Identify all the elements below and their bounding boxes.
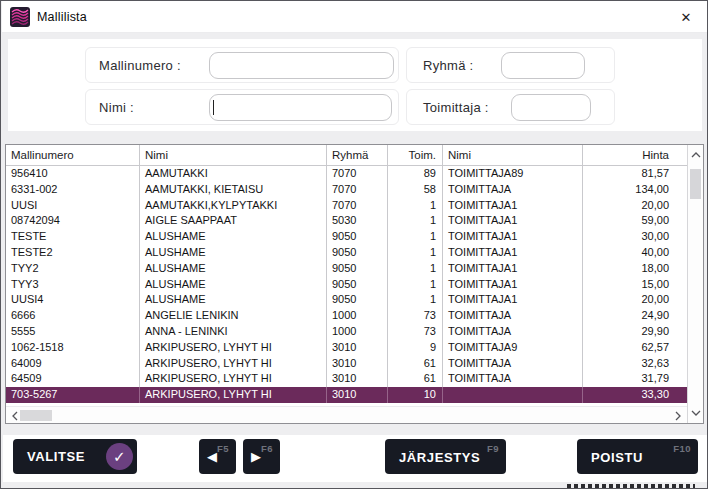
table-cell: TOIMITTAJA1: [443, 261, 583, 277]
scroll-down-icon[interactable]: [688, 406, 703, 420]
horizontal-scroll-thumb[interactable]: [20, 410, 52, 421]
check-icon: ✓: [106, 443, 133, 470]
nimi-label: Nimi :: [99, 100, 134, 115]
table-cell: AAMUTAKKI, KIETAISU: [140, 182, 327, 198]
clipped-text-artifact: [567, 484, 695, 488]
horizontal-scrollbar[interactable]: [6, 406, 687, 423]
table-cell: 1: [388, 213, 443, 229]
table-cell: UUSI: [6, 198, 140, 214]
poistu-label: POISTU: [591, 450, 643, 465]
table-row[interactable]: 08742094AIGLE SAAPPAAT50301TOIMITTAJA159…: [6, 213, 687, 229]
search-panel: Mallinumero : Ryhmä : Nimi : Toimittaja …: [8, 39, 702, 131]
table-cell: 30,00: [583, 229, 687, 245]
mallinumero-input[interactable]: [209, 52, 394, 79]
vertical-scroll-thumb[interactable]: [690, 169, 701, 199]
action-bar: VALITSE ✓ ◀ F5 ▶ F6 JÄRJESTYS F9 POISTU …: [3, 435, 707, 482]
scroll-up-icon[interactable]: [688, 148, 703, 162]
col-header-nimi2[interactable]: Nimi: [443, 145, 583, 166]
table-cell: 15,00: [583, 277, 687, 293]
model-table: Mallinumero Nimi Ryhmä Toim. Nimi Hinta …: [5, 144, 704, 424]
title-bar[interactable]: Mallilista ✕: [2, 1, 707, 33]
table-cell: 18,00: [583, 261, 687, 277]
table-cell: 134,00: [583, 182, 687, 198]
table-cell: TOIMITTAJA1: [443, 213, 583, 229]
table-cell: AAMUTAKKI,KYLPYTAKKI: [140, 198, 327, 214]
table-cell: 08742094: [6, 213, 140, 229]
table-row[interactable]: TYY2ALUSHAME90501TOIMITTAJA118,00: [6, 261, 687, 277]
nimi-input[interactable]: [209, 94, 392, 121]
table-row[interactable]: 956410AAMUTAKKI707089TOIMITTAJA8981,57: [6, 166, 687, 182]
table-cell: ARKIPUSERO, LYHYT HI: [140, 356, 327, 372]
toimittaja-input[interactable]: [511, 94, 591, 121]
table-cell: 62,57: [583, 340, 687, 356]
table-cell: TOIMITTAJA89: [443, 166, 583, 182]
table-cell: 1: [388, 245, 443, 261]
table-row[interactable]: 64009ARKIPUSERO, LYHYT HI301061TOIMITTAJ…: [6, 356, 687, 372]
table-cell: TESTE2: [6, 245, 140, 261]
table-cell: TOIMITTAJA: [443, 182, 583, 198]
table-cell: TOIMITTAJA1: [443, 292, 583, 308]
table-cell: 73: [388, 324, 443, 340]
f10-key-label: F10: [673, 443, 691, 454]
table-cell: 5555: [6, 324, 140, 340]
scroll-right-icon[interactable]: [672, 409, 684, 422]
col-header-mallinumero[interactable]: Mallinumero: [6, 145, 140, 166]
poistu-button[interactable]: POISTU F10: [577, 439, 698, 474]
jarjestys-button[interactable]: JÄRJESTYS F9: [385, 439, 506, 474]
table-row[interactable]: 1062-1518ARKIPUSERO, LYHYT HI30109TOIMIT…: [6, 340, 687, 356]
table-cell: ANGELIE LENIKIN: [140, 308, 327, 324]
table-cell: 1: [388, 229, 443, 245]
table-cell: TYY2: [6, 261, 140, 277]
table-row[interactable]: 5555ANNA - LENINKI100073TOIMITTAJA29,90: [6, 324, 687, 340]
field-ryhma: Ryhmä :: [406, 47, 615, 83]
table-cell: 9050: [327, 277, 388, 293]
table-cell: 1: [388, 261, 443, 277]
table-row[interactable]: 6666ANGELIE LENIKIN100073TOIMITTAJA24,90: [6, 308, 687, 324]
table-row[interactable]: UUSIAAMUTAKKI,KYLPYTAKKI70701TOIMITTAJA1…: [6, 198, 687, 214]
vertical-scrollbar[interactable]: [687, 145, 703, 423]
f5-key-label: F5: [217, 443, 229, 454]
table-cell: 5030: [327, 213, 388, 229]
valitse-button[interactable]: VALITSE ✓: [13, 439, 137, 474]
table-row[interactable]: 6331-002AAMUTAKKI, KIETAISU707058TOIMITT…: [6, 182, 687, 198]
table-cell: 29,90: [583, 324, 687, 340]
close-icon[interactable]: ✕: [671, 3, 701, 31]
table-row[interactable]: TESTEALUSHAME90501TOIMITTAJA130,00: [6, 229, 687, 245]
table-cell: 1: [388, 292, 443, 308]
col-header-nimi[interactable]: Nimi: [140, 145, 327, 166]
table-cell: 6666: [6, 308, 140, 324]
table-body: 956410AAMUTAKKI707089TOIMITTAJA8981,5763…: [6, 166, 687, 406]
table-cell: 6331-002: [6, 182, 140, 198]
jarjestys-label: JÄRJESTYS: [399, 450, 480, 465]
table-cell: ALUSHAME: [140, 245, 327, 261]
col-header-toim[interactable]: Toim.: [388, 145, 443, 166]
next-button[interactable]: ▶ F6: [243, 439, 280, 474]
table-cell: 89: [388, 166, 443, 182]
table-cell: 1: [388, 198, 443, 214]
dialog-mallilista: Mallilista ✕ Mallinumero : Ryhmä : Nimi …: [0, 0, 708, 489]
table-cell: 61: [388, 371, 443, 387]
col-header-ryhma[interactable]: Ryhmä: [327, 145, 388, 166]
table-cell: 59,00: [583, 213, 687, 229]
text-cursor: [213, 100, 214, 115]
table-cell: 9050: [327, 245, 388, 261]
table-cell: 10: [388, 387, 443, 403]
ryhma-input[interactable]: [501, 52, 585, 79]
table-cell: TOIMITTAJA1: [443, 198, 583, 214]
col-header-hinta[interactable]: Hinta: [583, 145, 687, 166]
previous-button[interactable]: ◀ F5: [199, 439, 236, 474]
table-cell: 703-5267: [6, 387, 140, 403]
table-row[interactable]: TYY3ALUSHAME90501TOIMITTAJA115,00: [6, 277, 687, 293]
table-row[interactable]: UUSI4ALUSHAME90501TOIMITTAJA120,00: [6, 292, 687, 308]
mallinumero-label: Mallinumero :: [99, 58, 181, 73]
table-row[interactable]: 64509ARKIPUSERO, LYHYT HI301061TOIMITTAJ…: [6, 371, 687, 387]
table-row[interactable]: TESTE2ALUSHAME90501TOIMITTAJA140,00: [6, 245, 687, 261]
app-logo-icon: [10, 7, 30, 27]
table-cell: 73: [388, 308, 443, 324]
table-cell: 956410: [6, 166, 140, 182]
table-row[interactable]: 703-5267ARKIPUSERO, LYHYT HI30101033,30: [6, 387, 687, 403]
table-cell: 9050: [327, 229, 388, 245]
table-cell: 3010: [327, 340, 388, 356]
table-cell: 7070: [327, 166, 388, 182]
table-cell: ALUSHAME: [140, 229, 327, 245]
